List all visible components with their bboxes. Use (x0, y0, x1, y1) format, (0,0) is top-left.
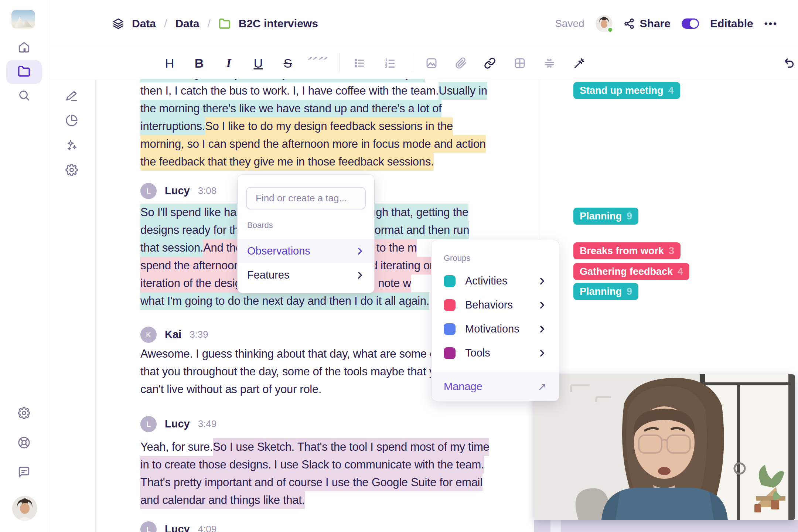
attachment-button[interactable] (451, 47, 471, 79)
group-item-motivations[interactable]: Motivations (432, 317, 559, 341)
breadcrumb-item[interactable]: Data (175, 17, 199, 30)
transcript-line[interactable]: Yeah, for sure. So I use Sketch. That's … (140, 438, 489, 456)
feedback-button[interactable] (6, 461, 42, 485)
speaker-avatar: K (140, 327, 157, 343)
italic-button[interactable]: I (218, 47, 239, 79)
board-item-observations[interactable]: Observations (238, 239, 374, 263)
highlight-teal[interactable]: Usually in (439, 82, 487, 100)
highlight-magic-button[interactable] (569, 47, 589, 79)
tag-chip[interactable]: Gathering feedback 4 (573, 263, 689, 280)
strikethrough-button[interactable]: S (277, 47, 298, 79)
underline-button[interactable]: U (248, 47, 269, 79)
tag-label: Stand up meeting (580, 85, 664, 96)
highlight-purple[interactable]: in to create those designs. I use Slack … (140, 456, 484, 474)
speaker-avatar: L (140, 416, 157, 432)
settings-button[interactable] (6, 402, 42, 426)
user-avatar[interactable] (12, 496, 37, 521)
help-button[interactable] (6, 432, 42, 455)
timestamp[interactable]: 3:49 (198, 418, 217, 430)
groups-section-label: Groups (444, 253, 470, 263)
chevron-right-icon (355, 270, 365, 280)
speaker-name: Lucy (165, 418, 190, 430)
workspace-logo[interactable] (11, 10, 35, 28)
transcript-line[interactable]: the morning there's like we have stand u… (140, 100, 441, 117)
highlight-teal[interactable]: interruptions. (140, 117, 205, 135)
transcript-line[interactable]: then I, I catch the bus to work. I, I ha… (140, 82, 487, 100)
speaker-header: L Lucy 3:08 (140, 183, 216, 199)
plain-text[interactable]: then I, I catch the bus to work. I, I ha… (140, 82, 439, 100)
breadcrumb-item[interactable]: Data (132, 17, 156, 30)
transcript-line[interactable]: That's pretty important and of course I … (140, 474, 482, 491)
tab-charts[interactable] (54, 109, 89, 133)
highlight-teal[interactable]: the morning there's like we have stand u… (140, 100, 441, 117)
undo-button[interactable] (779, 47, 798, 79)
group-item-behaviors[interactable]: Behaviors (432, 293, 559, 317)
bold-icon: B (195, 56, 204, 71)
transcript-line[interactable]: interruptions. So I like to do my design… (140, 117, 453, 135)
blockquote-button[interactable]: ”” (307, 47, 328, 79)
highlight-yellow[interactable]: morning, so I can spend the afternoon mo… (140, 135, 486, 153)
editable-toggle[interactable] (682, 18, 699, 29)
sidebar-item-projects[interactable] (6, 60, 42, 84)
timestamp[interactable]: 4:09 (198, 524, 217, 532)
more-options-button[interactable]: ••• (764, 18, 778, 30)
highlight-teal[interactable]: what I'm going to do the next day and th… (140, 292, 429, 310)
bullet-list-button[interactable] (349, 47, 370, 79)
online-status-dot (607, 27, 613, 33)
tag-count: 9 (627, 211, 632, 222)
strikethrough-icon: S (284, 56, 292, 71)
toggle-knob (690, 20, 698, 28)
highlight-purple[interactable]: That's pretty important and of course I … (140, 474, 482, 491)
highlight-yellow[interactable]: the feedback that they give me in those … (140, 153, 434, 171)
transcript-line[interactable]: can't live without as part of your role. (140, 381, 321, 398)
tab-magic[interactable] (54, 134, 89, 158)
highlight-purple[interactable]: and calendar and things like that. (140, 491, 305, 509)
breadcrumb-item-current[interactable]: B2C interviews (239, 17, 318, 30)
tag-chip[interactable]: Stand up meeting 4 (573, 82, 680, 99)
collaborator-avatar[interactable] (596, 15, 613, 32)
lifebuoy-icon (18, 436, 30, 450)
numbered-list-button[interactable]: 123 (380, 47, 400, 79)
group-item-tools[interactable]: Tools (432, 341, 559, 365)
tag-chip[interactable]: Planning 9 (573, 208, 638, 225)
tab-highlights[interactable] (54, 85, 89, 109)
plain-text[interactable]: Yeah, for sure. (140, 438, 213, 456)
timestamp[interactable]: 3:08 (198, 185, 217, 197)
transcript-line[interactable]: morning, so I can spend the afternoon mo… (140, 135, 486, 153)
interview-video-player[interactable] (534, 374, 795, 520)
board-item-features[interactable]: Features (238, 263, 374, 287)
share-button[interactable]: Share (624, 17, 671, 30)
chat-icon (18, 466, 30, 480)
highlighter-icon (65, 90, 78, 104)
insert-image-button[interactable] (421, 47, 442, 79)
tag-label: Breaks from work (580, 245, 664, 257)
table-button[interactable] (509, 47, 530, 79)
highlight-purple[interactable]: So I use Sketch. That's the tool I spend… (213, 438, 489, 456)
editor-toolbar: H B I U S ”” 123 (48, 47, 798, 79)
plain-text[interactable]: can't live without as part of your role. (140, 381, 321, 398)
transcript-line[interactable]: in to create those designs. I use Slack … (140, 456, 484, 474)
project-rail (48, 0, 96, 532)
link-button[interactable] (480, 47, 500, 79)
tag-chip[interactable]: Breaks from work 3 (573, 242, 681, 259)
paperclip-icon (455, 57, 467, 69)
group-item-activities[interactable]: Activities (432, 269, 559, 293)
tag-chip[interactable]: Planning 9 (573, 283, 638, 300)
bullet-list-icon (354, 57, 365, 69)
transcript-line[interactable]: what I'm going to do the next day and th… (140, 292, 429, 310)
bold-button[interactable]: B (189, 47, 209, 79)
chevron-right-icon (537, 348, 547, 358)
timestamp[interactable]: 3:39 (190, 329, 208, 340)
manage-tags-button[interactable]: Manage ↗ (432, 372, 559, 401)
heading-button[interactable]: H (159, 47, 180, 79)
sidebar-item-home[interactable] (6, 36, 42, 60)
highlight-teal[interactable]: that session. (140, 239, 203, 257)
divider-button[interactable] (539, 47, 560, 79)
tag-search-input[interactable] (246, 187, 366, 209)
chevron-right-icon (355, 246, 365, 256)
tab-settings[interactable] (54, 159, 89, 183)
sidebar-item-search[interactable] (6, 84, 42, 108)
highlight-yellow[interactable]: So I like to do my design feedback sessi… (205, 117, 453, 135)
transcript-line[interactable]: the feedback that they give me in those … (140, 153, 434, 171)
transcript-line[interactable]: and calendar and things like that. (140, 491, 305, 509)
